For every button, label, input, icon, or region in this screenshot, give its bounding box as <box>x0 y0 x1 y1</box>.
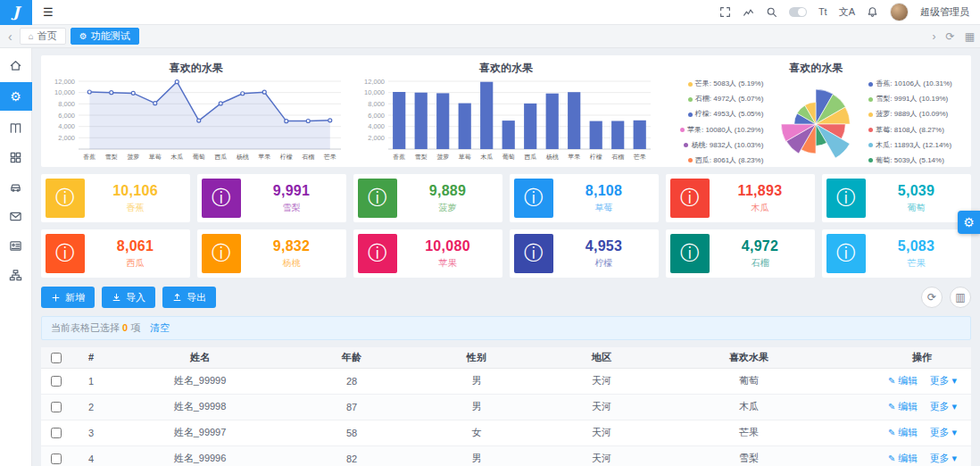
sidebar-item-docs[interactable] <box>0 115 32 140</box>
row-checkbox[interactable] <box>51 376 62 387</box>
pie-chart-area: 芒果: 5083人 (5.19%)石榴: 4972人 (5.07%)柠檬: 49… <box>661 78 971 167</box>
fullscreen-icon[interactable] <box>719 6 731 18</box>
pencil-icon: ✎ <box>888 376 895 386</box>
stat-card-12[interactable]: ⓘ 5,083 芒果 <box>822 229 971 278</box>
chart-shortcut-icon[interactable] <box>743 6 754 18</box>
row-ops: ✎ 编辑 更多 ▾ <box>834 394 971 420</box>
settings-drawer-button[interactable]: ⚙ <box>958 211 980 234</box>
stat-cards-row2: ⓘ 8,061 西瓜 ⓘ 9,832 杨桃 ⓘ 10,080 苹果 ⓘ 4,95… <box>41 229 971 278</box>
card-value: 8,061 <box>85 238 186 254</box>
card-label: 香蕉 <box>85 202 186 214</box>
legend-dot <box>688 82 693 87</box>
stat-card-8[interactable]: ⓘ 9,832 杨桃 <box>197 229 346 278</box>
pie-chart-panel: 喜欢的水果 芒果: 5083人 (5.19%)石榴: 4972人 (5.07%)… <box>661 61 971 167</box>
data-table: #姓名年龄性别地区喜欢水果操作 1 姓名_99999 28 男 天河 葡萄 ✎ … <box>41 347 971 466</box>
stat-card-5[interactable]: ⓘ 11,893 木瓜 <box>666 174 815 222</box>
row-age: 82 <box>289 445 414 466</box>
tab-function-test[interactable]: ⚙ 功能测试 <box>71 28 139 45</box>
stat-card-3[interactable]: ⓘ 9,889 菠萝 <box>353 174 502 222</box>
svg-text:葡萄: 葡萄 <box>502 154 515 160</box>
add-button[interactable]: 新增 <box>41 287 95 308</box>
row-region: 天河 <box>539 368 664 394</box>
sidebar-item-function-test[interactable]: ⚙ <box>0 82 32 111</box>
table-toolbar: 新增 导入 导出 ⟳ ▥ <box>41 287 971 308</box>
bell-icon[interactable] <box>867 6 878 18</box>
legend-dot <box>868 112 873 117</box>
toggle-knob <box>798 8 806 16</box>
row-gender: 男 <box>414 445 539 466</box>
pie-label-text: 雪梨: 9991人 (10.19%) <box>876 96 948 103</box>
sidebar-item-home[interactable] <box>0 53 32 78</box>
card-body: 11,893 木瓜 <box>710 183 810 214</box>
svg-text:香蕉: 香蕉 <box>83 154 96 161</box>
select-all-checkbox[interactable] <box>51 353 62 363</box>
app-logo[interactable]: J <box>0 0 32 25</box>
edit-link[interactable]: ✎ 编辑 <box>888 427 918 437</box>
tab-home[interactable]: ⌂ 首页 <box>20 28 66 45</box>
col-header-6: 喜欢水果 <box>664 347 834 368</box>
stat-card-10[interactable]: ⓘ 4,953 柠檬 <box>510 229 659 278</box>
column-settings-icon[interactable]: ▥ <box>950 287 971 308</box>
menu-toggle-icon[interactable]: ☰ <box>43 5 54 19</box>
edit-link[interactable]: ✎ 编辑 <box>888 453 918 463</box>
selection-bar: 当前表格已选择0项 清空 <box>41 316 971 340</box>
col-header-5: 地区 <box>539 347 664 368</box>
row-region: 天河 <box>539 420 664 445</box>
stat-card-4[interactable]: ⓘ 8,108 草莓 <box>510 174 659 222</box>
stat-card-11[interactable]: ⓘ 4,972 石榴 <box>666 229 815 278</box>
sidebar-item-reports[interactable] <box>0 262 32 287</box>
stat-card-2[interactable]: ⓘ 9,991 雪梨 <box>197 174 346 222</box>
pie-chart-svg <box>763 78 868 167</box>
import-button[interactable]: 导入 <box>102 287 155 308</box>
selection-text: 当前表格已选择 <box>51 322 120 333</box>
svg-text:8,000: 8,000 <box>58 100 75 108</box>
row-name: 姓名_99997 <box>111 420 289 445</box>
export-button[interactable]: 导出 <box>162 287 216 308</box>
row-checkbox[interactable] <box>51 402 62 412</box>
row-select-cell <box>41 420 71 445</box>
stat-card-7[interactable]: ⓘ 8,061 西瓜 <box>41 229 190 278</box>
search-icon[interactable] <box>766 6 777 18</box>
home-icon <box>9 59 22 72</box>
table-row: 2 姓名_99998 87 男 天河 木瓜 ✎ 编辑 更多 ▾ <box>41 394 971 420</box>
selection-unit: 项 <box>130 322 140 333</box>
avatar[interactable] <box>890 3 909 21</box>
card-value: 4,972 <box>710 238 810 254</box>
row-ops: ✎ 编辑 更多 ▾ <box>834 368 971 394</box>
theme-toggle[interactable] <box>789 7 807 17</box>
pie-labels-right: 香蕉: 10106人 (10.31%)雪梨: 9991人 (10.19%)菠萝:… <box>868 80 977 164</box>
card-value: 9,832 <box>241 238 342 254</box>
tab-list-icon[interactable]: ▦ <box>965 31 975 42</box>
tabs-scroll-right-icon[interactable]: › <box>933 31 936 42</box>
svg-text:柠檬: 柠檬 <box>279 154 292 160</box>
font-size-button[interactable]: Tt <box>818 7 827 17</box>
stat-card-1[interactable]: ⓘ 10,106 香蕉 <box>41 174 190 222</box>
tab-refresh-icon[interactable]: ⟳ <box>946 31 955 42</box>
legend-dot <box>868 82 873 87</box>
refresh-grid-icon[interactable]: ⟳ <box>921 287 943 308</box>
sidebar-item-modules[interactable] <box>0 145 32 170</box>
edit-link[interactable]: ✎ 编辑 <box>888 375 918 386</box>
sidebar-item-mail[interactable] <box>0 204 32 229</box>
stat-card-6[interactable]: ⓘ 5,039 葡萄 <box>822 174 971 222</box>
legend-dot <box>868 143 873 147</box>
stat-card-9[interactable]: ⓘ 10,080 苹果 <box>353 229 502 278</box>
translate-button[interactable]: 文A <box>839 7 855 17</box>
col-header-1: # <box>71 347 111 368</box>
sidebar-item-card[interactable] <box>0 233 32 258</box>
row-checkbox[interactable] <box>51 454 62 464</box>
tabs-scroll-left-icon[interactable]: ‹ <box>5 30 15 43</box>
row-gender: 女 <box>414 420 539 445</box>
sidebar-item-vehicle[interactable] <box>0 174 32 199</box>
plus-icon <box>51 293 61 303</box>
edit-link[interactable]: ✎ 编辑 <box>888 401 918 412</box>
more-link[interactable]: 更多 ▾ <box>929 453 957 463</box>
grid-icon <box>9 151 22 164</box>
username[interactable]: 超级管理员 <box>920 5 969 19</box>
more-link[interactable]: 更多 ▾ <box>929 401 957 412</box>
clear-selection-link[interactable]: 清空 <box>150 322 170 333</box>
more-link[interactable]: 更多 ▾ <box>929 427 957 437</box>
pie-label-text: 葡萄: 5039人 (5.14%) <box>876 157 943 164</box>
more-link[interactable]: 更多 ▾ <box>929 375 957 386</box>
row-checkbox[interactable] <box>51 428 62 438</box>
